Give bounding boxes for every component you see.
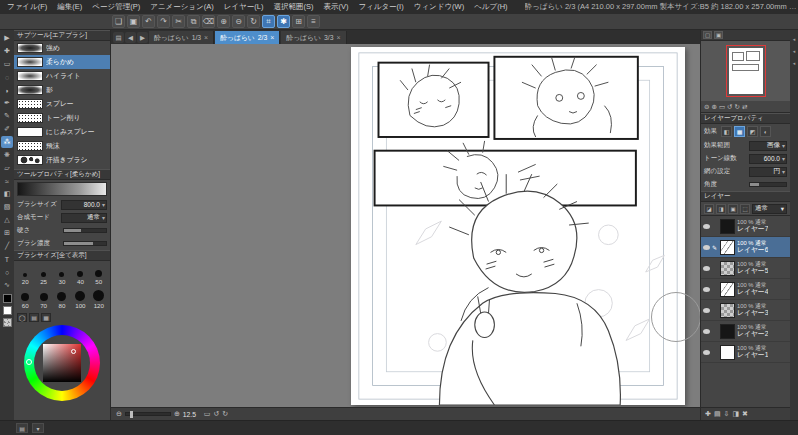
dropdown-arrow-icon[interactable]: ▾: [782, 155, 785, 162]
layer-row[interactable]: ✎ 100 % 通常 レイヤー3: [701, 300, 790, 321]
property-control[interactable]: 800.0 ▾: [61, 200, 107, 210]
selection-tool-icon[interactable]: ▭: [1, 58, 13, 70]
color-wheel-tab-icon[interactable]: ◯: [17, 313, 27, 322]
brush-tool-icon[interactable]: ✐: [1, 123, 13, 135]
property-control[interactable]: 通常 ▾: [61, 213, 107, 223]
decoration-tool-icon[interactable]: ❋: [1, 149, 13, 161]
layer-visible-icon[interactable]: [703, 329, 710, 334]
snap-to-special-ruler-icon[interactable]: ✱: [277, 15, 290, 28]
layer-property-row[interactable]: 網の設定 円 ▾: [701, 165, 790, 178]
nav-fit-icon[interactable]: ▭: [719, 103, 725, 111]
dock-handle-icon[interactable]: ◂: [793, 36, 796, 42]
transparent-color-swatch[interactable]: [3, 318, 12, 327]
redo-icon[interactable]: ↷: [157, 15, 170, 28]
copy-icon[interactable]: ⧉: [187, 15, 200, 28]
layer-visible-icon[interactable]: [703, 350, 710, 355]
property-control[interactable]: ▾: [749, 180, 787, 190]
new-page-icon[interactable]: ❏: [112, 15, 125, 28]
subtool-item[interactable]: 汗描きブラシ: [14, 153, 110, 167]
expand-icon[interactable]: ▾: [32, 423, 44, 433]
menu-item[interactable]: 表示(V): [318, 2, 353, 12]
brush-size-preset[interactable]: 40: [71, 263, 89, 285]
next-page-icon[interactable]: ▶: [137, 32, 148, 43]
correct-line-tool-icon[interactable]: ∿: [1, 279, 13, 291]
brush-size-preset[interactable]: 50: [90, 263, 108, 285]
brush-size-preset[interactable]: 60: [16, 287, 34, 309]
brush-size-preset[interactable]: 20: [16, 263, 34, 285]
sub-color-swatch[interactable]: [3, 306, 12, 315]
expression-color-icon[interactable]: ◐: [760, 126, 771, 137]
lock-transparency-icon[interactable]: ⬚: [740, 204, 750, 214]
frame-border-tool-icon[interactable]: ⊞: [1, 227, 13, 239]
main-menu-icon[interactable]: ≡: [307, 15, 320, 28]
lock-layer-icon[interactable]: ▣: [728, 204, 738, 214]
grid-icon[interactable]: ⊞: [292, 15, 305, 28]
layer-thumbnail[interactable]: [720, 324, 735, 339]
nav-zoom-out-icon[interactable]: ⊖: [704, 103, 709, 111]
tab-close-icon[interactable]: ×: [336, 34, 340, 41]
brush-size-preset[interactable]: 30: [53, 263, 71, 285]
dropdown-arrow-icon[interactable]: ▾: [782, 168, 785, 175]
property-control[interactable]: 600.0 ▾: [749, 154, 787, 164]
layer-thumbnail[interactable]: [720, 240, 735, 255]
layer-visible-icon[interactable]: [703, 308, 710, 313]
tone-effect-icon[interactable]: ▦: [734, 126, 745, 137]
rotate-right-icon[interactable]: ↻: [222, 410, 228, 418]
brush-size-preset[interactable]: 70: [34, 287, 52, 309]
property-slider[interactable]: [63, 228, 107, 233]
hue-marker-icon[interactable]: [26, 359, 32, 365]
navigator-view-rectangle[interactable]: [726, 45, 766, 97]
property-control[interactable]: ▾: [63, 239, 107, 249]
color-marker-icon[interactable]: [71, 349, 76, 354]
tool-property-row[interactable]: 合成モード 通常 ▾: [14, 211, 110, 224]
clip-to-layer-icon[interactable]: ◨: [716, 204, 726, 214]
zoom-in-icon[interactable]: ⊕: [174, 410, 180, 418]
subtool-item[interactable]: トーン削り: [14, 111, 110, 125]
undo-icon[interactable]: ↶: [142, 15, 155, 28]
layer-row[interactable]: ✎ 100 % 通常 レイヤー5: [701, 258, 790, 279]
nav-rotate-left-icon[interactable]: ↺: [727, 103, 732, 111]
menu-item[interactable]: 選択範囲(S): [268, 2, 318, 12]
fit-to-screen-icon[interactable]: ▭: [204, 410, 211, 418]
eyedropper-tool-icon[interactable]: ◗: [1, 84, 13, 96]
dropdown-arrow-icon[interactable]: ▾: [782, 142, 785, 149]
fill-tool-icon[interactable]: ◧: [1, 188, 13, 200]
snap-to-ruler-icon[interactable]: ⌗: [262, 15, 275, 28]
brush-size-preset[interactable]: 100: [71, 287, 89, 309]
menu-item[interactable]: アニメーション(A): [145, 2, 219, 12]
layer-row[interactable]: ✎ 100 % 通常 レイヤー6: [701, 237, 790, 258]
blend-mode-dropdown[interactable]: 通常 ▾: [752, 204, 787, 214]
subview-tab-icon[interactable]: ▣: [714, 31, 723, 39]
dock-handle-icon[interactable]: ◂: [793, 60, 796, 66]
subtool-item[interactable]: 強め: [14, 41, 110, 55]
layer-visible-icon[interactable]: [703, 266, 710, 271]
page-tab[interactable]: 酔っぱらい 2/3 ×: [215, 31, 280, 44]
menu-item[interactable]: ヘルプ(H): [469, 2, 512, 12]
new-folder-icon[interactable]: ▤: [714, 410, 721, 418]
new-layer-icon[interactable]: ✚: [705, 410, 711, 418]
property-slider[interactable]: [749, 182, 787, 187]
nav-zoom-in-icon[interactable]: ⊕: [711, 103, 716, 111]
figure-tool-icon[interactable]: △: [1, 214, 13, 226]
layer-thumbnail[interactable]: [720, 303, 735, 318]
text-tool-icon[interactable]: T: [1, 253, 13, 265]
layer-thumbnail[interactable]: [720, 282, 735, 297]
brush-size-preset[interactable]: 25: [34, 263, 52, 285]
page-list-icon[interactable]: ▤: [113, 32, 124, 43]
brush-size-preset[interactable]: 80: [53, 287, 71, 309]
dropdown-arrow-icon[interactable]: ▾: [102, 214, 105, 221]
layer-property-row[interactable]: 効果範囲 画像 ▾: [701, 139, 790, 152]
navigator-tab-icon[interactable]: ▢: [703, 31, 712, 39]
navigator-preview[interactable]: [701, 41, 790, 101]
tab-close-icon[interactable]: ×: [204, 34, 208, 41]
cut-icon[interactable]: ✂: [172, 15, 185, 28]
tab-close-icon[interactable]: ×: [270, 34, 274, 41]
tool-property-row[interactable]: ブラシ濃度 ▾: [14, 237, 110, 250]
menu-item[interactable]: ファイル(F): [2, 2, 52, 12]
layer-visible-icon[interactable]: [703, 287, 710, 292]
layer-visible-icon[interactable]: [703, 224, 710, 229]
dropdown-arrow-icon[interactable]: ▾: [102, 201, 105, 208]
layer-color-icon[interactable]: ◩: [747, 126, 758, 137]
layer-thumbnail[interactable]: [720, 219, 735, 234]
auto-select-tool-icon[interactable]: ◌: [1, 71, 13, 83]
